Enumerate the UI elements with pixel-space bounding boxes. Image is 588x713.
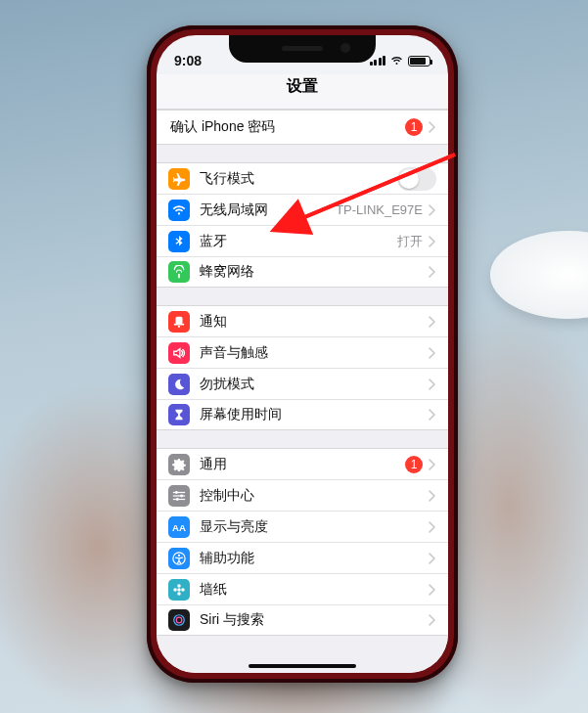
chevron-right-icon <box>429 316 436 328</box>
status-right <box>370 55 431 67</box>
cell-screentime[interactable]: 屏幕使用时间 <box>157 399 448 430</box>
cell-general[interactable]: 通用1 <box>157 448 448 479</box>
home-indicator[interactable] <box>249 664 356 668</box>
chevron-right-icon <box>429 121 436 133</box>
wifi-status-icon <box>389 55 404 67</box>
page-title: 设置 <box>157 74 448 110</box>
flower-icon <box>168 579 190 601</box>
label: 辅助功能 <box>200 550 254 567</box>
label: 蜂窝网络 <box>200 263 254 281</box>
chevron-right-icon <box>429 614 436 626</box>
bluetooth-icon <box>168 231 190 252</box>
value: 打开 <box>397 233 423 250</box>
sliders-icon <box>168 485 190 507</box>
value: TP-LINK_E97E <box>336 202 423 217</box>
accessibility-icon <box>168 548 190 569</box>
chevron-right-icon <box>429 379 436 390</box>
iphone-frame: 9:08 设置 确认 iPhone 密码1飞行模式无线局域网TP-LINK_E9… <box>147 25 458 683</box>
cell-siri[interactable]: Siri 与搜索 <box>157 604 448 636</box>
chevron-right-icon <box>429 459 436 470</box>
label: 控制中心 <box>200 487 254 505</box>
toggle[interactable] <box>397 167 436 191</box>
aa-icon <box>168 516 190 538</box>
label: 确认 iPhone 密码 <box>170 118 275 136</box>
chevron-right-icon <box>429 347 436 359</box>
chevron-right-icon <box>429 266 436 278</box>
moon-icon <box>168 374 190 395</box>
settings-screen: 设置 确认 iPhone 密码1飞行模式无线局域网TP-LINK_E97E蓝牙打… <box>157 74 448 673</box>
label: 墙纸 <box>200 581 227 599</box>
battery-icon <box>408 56 430 67</box>
group-network: 飞行模式无线局域网TP-LINK_E97E蓝牙打开蜂窝网络 <box>157 162 448 288</box>
status-time: 9:08 <box>174 53 202 68</box>
badge: 1 <box>405 456 423 473</box>
cell-notifications[interactable]: 通知 <box>157 305 448 336</box>
group-alerts: 通知声音与触感勿扰模式屏幕使用时间 <box>157 305 448 430</box>
label: 屏幕使用时间 <box>200 406 282 423</box>
cell-cellular[interactable]: 蜂窝网络 <box>157 256 448 288</box>
notch <box>229 35 376 63</box>
wifi-icon <box>168 200 190 221</box>
speaker-icon <box>168 342 190 364</box>
cell-confirm-password[interactable]: 确认 iPhone 密码1 <box>157 110 448 145</box>
airplane-icon <box>168 168 190 190</box>
siri-icon <box>168 609 190 631</box>
signal-icon <box>370 56 386 66</box>
label: 通知 <box>200 313 227 331</box>
gear-icon <box>168 454 190 475</box>
cell-display[interactable]: 显示与亮度 <box>157 511 448 542</box>
cell-airplane[interactable]: 飞行模式 <box>157 162 448 194</box>
chevron-right-icon <box>429 521 436 533</box>
cell-wallpaper[interactable]: 墙纸 <box>157 573 448 604</box>
badge: 1 <box>405 118 423 136</box>
cell-dnd[interactable]: 勿扰模式 <box>157 368 448 399</box>
group-account: 确认 iPhone 密码1 <box>157 110 448 145</box>
label: 飞行模式 <box>200 170 254 188</box>
group-general: 通用1控制中心显示与亮度辅助功能墙纸Siri 与搜索 <box>157 448 448 636</box>
chevron-right-icon <box>429 490 436 502</box>
label: 勿扰模式 <box>200 376 254 393</box>
bell-icon <box>168 311 190 333</box>
cell-sounds[interactable]: 声音与触感 <box>157 336 448 368</box>
cell-accessibility[interactable]: 辅助功能 <box>157 542 448 573</box>
cell-bluetooth[interactable]: 蓝牙打开 <box>157 225 448 256</box>
label: 无线局域网 <box>200 201 268 219</box>
chevron-right-icon <box>429 409 436 421</box>
label: Siri 与搜索 <box>200 611 264 629</box>
label: 显示与亮度 <box>200 518 268 536</box>
background-saucer <box>490 231 588 319</box>
chevron-right-icon <box>429 584 436 596</box>
cell-control-center[interactable]: 控制中心 <box>157 479 448 511</box>
label: 蓝牙 <box>200 233 227 250</box>
chevron-right-icon <box>429 553 436 564</box>
cell-wifi[interactable]: 无线局域网TP-LINK_E97E <box>157 194 448 225</box>
cellular-icon <box>168 261 190 283</box>
label: 声音与触感 <box>200 344 268 362</box>
hourglass-icon <box>168 404 190 425</box>
label: 通用 <box>200 456 227 473</box>
chevron-right-icon <box>429 236 436 247</box>
screen-bezel: 9:08 设置 确认 iPhone 密码1飞行模式无线局域网TP-LINK_E9… <box>157 35 448 673</box>
chevron-right-icon <box>429 204 436 216</box>
